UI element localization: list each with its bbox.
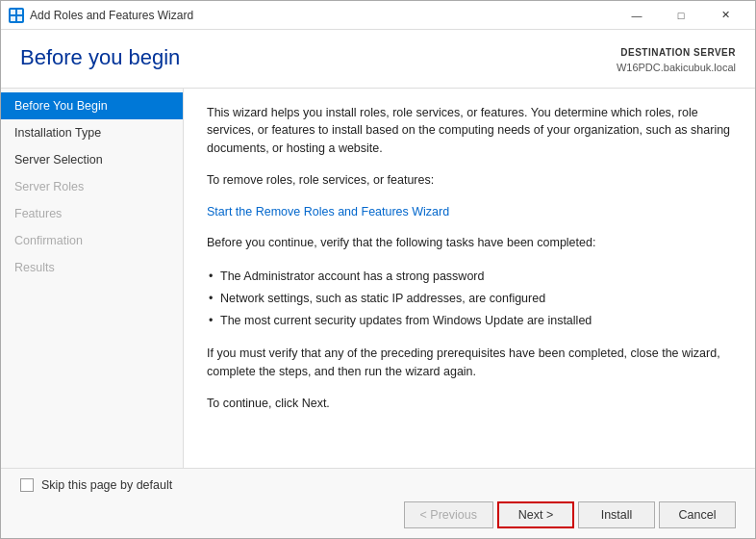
maximize-button[interactable]: □ — [659, 1, 703, 30]
svg-rect-1 — [17, 10, 22, 14]
sidebar-item-confirmation: Confirmation — [1, 227, 183, 254]
sidebar-item-server-roles: Server Roles — [1, 173, 183, 200]
install-button[interactable]: Install — [578, 501, 655, 528]
sidebar-item-results: Results — [1, 254, 183, 281]
minimize-button[interactable]: — — [615, 1, 659, 30]
skip-row: Skip this page by default — [20, 478, 736, 492]
content-para-1: This wizard helps you install roles, rol… — [207, 104, 732, 158]
sidebar-item-features: Features — [1, 200, 183, 227]
main-content: Before You Begin Installation Type Serve… — [1, 89, 755, 469]
previous-button[interactable]: < Previous — [404, 501, 493, 528]
app-icon — [9, 8, 24, 23]
wizard-window: Add Roles and Features Wizard — □ ✕ Befo… — [0, 0, 756, 539]
window-title: Add Roles and Features Wizard — [30, 9, 615, 22]
remove-roles-link[interactable]: Start the Remove Roles and Features Wiza… — [207, 205, 449, 218]
svg-rect-0 — [11, 10, 15, 14]
destination-label: DESTINATION SERVER — [617, 45, 736, 60]
footer-area: Skip this page by default < Previous Nex… — [1, 468, 755, 538]
button-row: < Previous Next > Install Cancel — [20, 501, 736, 528]
content-para-4: If you must verify that any of the prece… — [207, 345, 732, 381]
content-link-para: Start the Remove Roles and Features Wiza… — [207, 203, 732, 221]
list-item: The Administrator account has a strong p… — [207, 266, 732, 288]
list-item: The most current security updates from W… — [207, 310, 732, 332]
destination-info: DESTINATION SERVER W16PDC.bakicubuk.loca… — [617, 45, 736, 76]
list-item: Network settings, such as static IP addr… — [207, 288, 732, 310]
content-para-3: Before you continue, verify that the fol… — [207, 234, 732, 252]
content-para-5: To continue, click Next. — [207, 395, 732, 413]
skip-checkbox[interactable] — [20, 478, 34, 492]
page-title: Before you begin — [20, 45, 180, 70]
title-bar: Add Roles and Features Wizard — □ ✕ — [1, 1, 755, 30]
header-bar: Before you begin DESTINATION SERVER W16P… — [1, 30, 755, 89]
prerequisites-list: The Administrator account has a strong p… — [207, 266, 732, 331]
sidebar-item-before-you-begin[interactable]: Before You Begin — [1, 92, 183, 119]
skip-label[interactable]: Skip this page by default — [41, 478, 172, 492]
destination-server-name: W16PDC.bakicubuk.local — [617, 60, 736, 76]
content-area: This wizard helps you install roles, rol… — [184, 89, 755, 469]
close-button[interactable]: ✕ — [703, 1, 747, 30]
window-controls: — □ ✕ — [615, 1, 747, 30]
svg-rect-2 — [11, 16, 15, 21]
sidebar: Before You Begin Installation Type Serve… — [1, 89, 184, 469]
next-button[interactable]: Next > — [497, 501, 574, 528]
cancel-button[interactable]: Cancel — [659, 501, 736, 528]
sidebar-item-installation-type[interactable]: Installation Type — [1, 119, 183, 146]
sidebar-item-server-selection[interactable]: Server Selection — [1, 146, 183, 173]
content-para-2: To remove roles, role services, or featu… — [207, 171, 732, 190]
svg-rect-3 — [17, 16, 22, 21]
